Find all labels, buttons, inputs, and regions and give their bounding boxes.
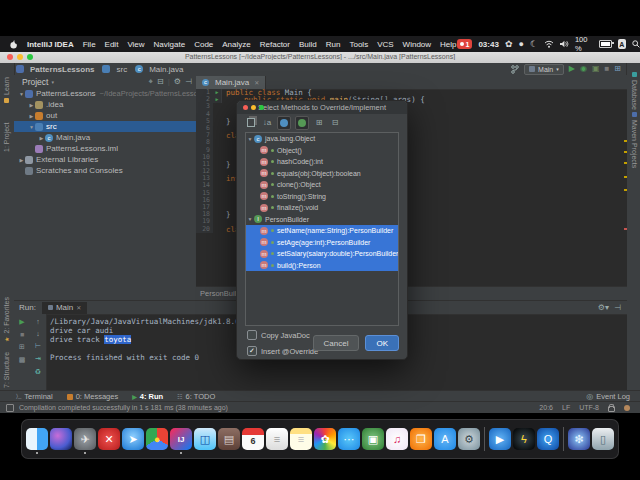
breadcrumb-project[interactable]: PatternsLessons [16, 65, 94, 74]
method-item[interactable]: mfinalize():void [246, 202, 398, 214]
menu-view[interactable]: View [127, 40, 144, 49]
menu-refactor[interactable]: Refactor [260, 40, 290, 49]
encoding-indicator[interactable]: UTF-8 [579, 404, 599, 411]
method-item[interactable]: mtoString():String [246, 191, 398, 203]
toolwindow-project[interactable]: 1: Project [3, 122, 10, 152]
methods-tree[interactable]: ▼cjava.lang.ObjectmObject()mhashCode():i… [245, 132, 399, 326]
menu-navigate[interactable]: Navigate [154, 40, 186, 49]
dock-icon-messages[interactable]: ⋯ [338, 428, 360, 450]
breadcrumb-src[interactable]: src [102, 65, 127, 74]
toolwindow-button-terminal[interactable]: 〉_Terminal [16, 392, 53, 401]
menu-file[interactable]: File [83, 40, 96, 49]
tree-item-out[interactable]: ▶out [14, 110, 196, 121]
menu-vcs[interactable]: VCS [377, 40, 393, 49]
dock-icon-quicktime[interactable]: Q [537, 428, 559, 450]
dock-icon-contacts[interactable]: ▤ [218, 428, 240, 450]
run-configuration-select[interactable]: Main▾ [524, 64, 564, 75]
status-message[interactable]: Compilation completed successfully in 1 … [19, 404, 228, 411]
dock-icon-siri[interactable] [50, 428, 72, 450]
menu-window[interactable]: Window [403, 40, 431, 49]
toolwindow-favorites[interactable]: ★2: Favorites [3, 297, 10, 342]
pin-tab-icon[interactable]: ▩ [19, 356, 26, 364]
shazam-icon[interactable]: ● [518, 40, 523, 49]
hide-run-panel-icon[interactable]: ⊣ [614, 303, 621, 312]
dock-icon-itunes[interactable]: ♫ [386, 428, 408, 450]
dialog-close-button[interactable] [243, 105, 248, 110]
method-group-java-lang-object[interactable]: ▼cjava.lang.Object [246, 133, 398, 145]
menu-code[interactable]: Code [194, 40, 213, 49]
collapse-all-icon[interactable]: ⊟ [329, 117, 341, 129]
menu-run[interactable]: Run [326, 40, 341, 49]
wifi-icon[interactable] [544, 40, 554, 48]
dock-icon-app-store[interactable]: A [434, 428, 456, 450]
sort-alphabetically-icon[interactable]: ↓a [261, 117, 273, 129]
toolwindow-maven[interactable]: Maven Projects [631, 112, 638, 168]
debug-button[interactable]: ◉ [580, 65, 587, 73]
input-source-indicator[interactable]: A [618, 39, 626, 49]
dock-icon-preview[interactable]: ◫ [194, 428, 216, 450]
expand-all-icon[interactable]: ⊞ [313, 117, 325, 129]
dock-icon-system-preferences[interactable]: ⚙ [458, 428, 480, 450]
menu-help[interactable]: Help [440, 40, 456, 49]
tree-item-patternslessons[interactable]: ▼PatternsLessons~/IdeaProjects/PatternsL… [14, 88, 196, 99]
clear-console-icon[interactable]: ♻ [35, 368, 41, 376]
dock-icon-notes[interactable]: ≡ [290, 428, 312, 450]
editor-tab-main-java[interactable]: c Main.java ✕ [196, 76, 266, 89]
show-interfaces-toggle[interactable] [295, 116, 309, 130]
method-item[interactable]: mbuild():Person [246, 260, 398, 272]
line-ending-indicator[interactable]: LF [562, 404, 570, 411]
stop-button[interactable]: ■ [604, 65, 609, 73]
settings-gear-icon[interactable]: ⚙ [174, 77, 181, 86]
locate-file-icon[interactable]: ⌖ [149, 77, 154, 87]
dock-icon-textedit[interactable]: ≡ [266, 428, 288, 450]
toolwindow-button-todo[interactable]: ☷6: TODO [177, 392, 215, 401]
coverage-button[interactable]: ▣ [592, 65, 600, 73]
ok-button[interactable]: OK [365, 335, 399, 351]
highlighting-level-icon[interactable] [624, 405, 630, 411]
method-item[interactable]: mequals(obj:Object):boolean [246, 168, 398, 180]
breadcrumb-file[interactable]: cMain.java [135, 65, 183, 74]
method-group-personbuilder[interactable]: ▼IPersonBuilder [246, 214, 398, 226]
dock-icon-launchpad[interactable]: ✈ [74, 428, 96, 450]
collapse-all-icon[interactable]: ⊟ [157, 77, 164, 86]
warning-mark[interactable] [624, 176, 627, 178]
method-item[interactable]: msetName(name:String):PersonBuilder [246, 225, 398, 237]
volume-icon[interactable] [560, 40, 569, 48]
event-log-button[interactable]: ◎ Event Log [586, 392, 640, 401]
vcs-branch-icon[interactable] [511, 65, 519, 74]
close-run-tab-icon[interactable]: ✕ [76, 304, 81, 311]
cancel-button[interactable]: Cancel [313, 335, 360, 351]
dock-icon-intellij-idea[interactable]: IJ [170, 428, 192, 450]
dock-icon-calendar[interactable]: 6 [242, 428, 264, 450]
menu-build[interactable]: Build [299, 40, 317, 49]
menu-analyze[interactable]: Analyze [222, 40, 250, 49]
warning-mark[interactable] [624, 140, 627, 142]
dock-icon-chrome[interactable]: ● [146, 428, 168, 450]
method-item[interactable]: mObject() [246, 145, 398, 157]
apple-menu-icon[interactable] [10, 40, 18, 49]
dialog-minimize-button[interactable] [251, 105, 256, 110]
method-item[interactable]: mhashCode():int [246, 156, 398, 168]
toolwindow-button-messages[interactable]: 0: Messages [67, 392, 119, 401]
warning-mark[interactable] [624, 151, 627, 153]
battery-icon[interactable] [599, 40, 612, 48]
dock-icon-books[interactable]: ❐ [410, 428, 432, 450]
tree-item-scratches-and-consoles[interactable]: Scratches and Consoles [14, 165, 196, 176]
dock-icon-finder[interactable] [26, 428, 48, 450]
scroll-to-end-icon[interactable]: ⇥ [35, 355, 41, 363]
method-item[interactable]: mclone():Object [246, 179, 398, 191]
readonly-lock-icon[interactable] [608, 406, 615, 412]
tree-item-src[interactable]: ▼src [14, 121, 196, 132]
dialog-titlebar[interactable]: Select Methods to Override/Implement [237, 101, 407, 114]
tree-item--idea[interactable]: ▶.idea [14, 99, 196, 110]
minimize-window-button[interactable] [17, 54, 23, 60]
restore-layout-icon[interactable]: ⊞ [19, 343, 25, 351]
tree-item-main-java[interactable]: ▶cMain.java [14, 132, 196, 143]
dock-icon-lightning-app[interactable]: ϟ [513, 428, 535, 450]
hide-panel-icon[interactable]: ⊣ [185, 77, 192, 86]
project-view-selector[interactable]: Project▾ [22, 77, 54, 87]
dock-icon-photos[interactable]: ✿ [314, 428, 336, 450]
dock-icon-blue-app[interactable]: ❇ [568, 428, 590, 450]
run-button[interactable]: ▶ [569, 65, 575, 73]
warning-mark[interactable] [624, 189, 627, 191]
